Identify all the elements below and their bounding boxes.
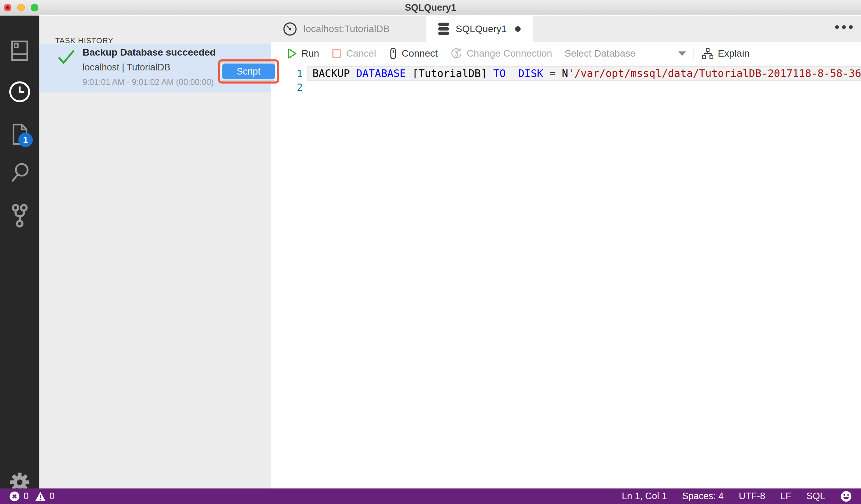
run-button[interactable]: Run [287, 48, 319, 59]
change-connection-button[interactable]: Change Connection [450, 47, 552, 60]
status-bar: 0 0 Ln 1, Col 1 Spaces: 4 UTF-8 LF SQL [0, 488, 861, 504]
clock-icon [8, 80, 31, 103]
window-title: SQLQuery1 [0, 0, 861, 15]
code-line-1[interactable]: BACKUP DATABASE [TutorialDB] TO DISK = N… [312, 66, 861, 81]
tab-sqlquery1[interactable]: SQLQuery1 [426, 16, 533, 42]
sidebar-item-connections[interactable] [0, 35, 39, 66]
ellipsis-icon [842, 25, 846, 29]
sql-editor[interactable]: 1 2 BACKUP DATABASE [TutorialDB] TO DISK… [271, 65, 861, 488]
task-title: Backup Database succeeded [83, 47, 216, 58]
stop-square-icon [331, 48, 342, 59]
eol-setting[interactable]: LF [780, 491, 791, 502]
tab-localhost-tutorialdb[interactable]: localhost:TutorialDB [271, 16, 426, 42]
close-window-button[interactable] [4, 4, 11, 11]
warning-count: 0 [49, 491, 55, 502]
cursor-position[interactable]: Ln 1, Col 1 [622, 491, 667, 502]
tab-label: localhost:TutorialDB [303, 23, 390, 35]
annotation-highlight-ring: Script [218, 59, 279, 84]
cancel-button[interactable]: Cancel [331, 48, 376, 59]
more-actions-button[interactable] [835, 25, 853, 29]
connect-button[interactable]: Connect [389, 47, 438, 60]
git-branch-icon [9, 204, 30, 228]
query-toolbar: Run Cancel Connect [271, 42, 861, 65]
change-connection-label: Change Connection [467, 48, 552, 59]
explain-label: Explain [718, 48, 749, 59]
ellipsis-icon [849, 25, 853, 29]
tab-bar: localhost:TutorialDB SQLQuery1 [271, 16, 861, 42]
minimize-window-button[interactable] [17, 4, 25, 11]
refresh-plug-icon [450, 47, 463, 60]
server-icon [10, 40, 30, 61]
editor-group: localhost:TutorialDB SQLQuery1 [271, 16, 861, 488]
dashboard-icon [283, 22, 297, 36]
play-icon [287, 48, 297, 59]
task-history-panel: TASK HISTORY Backup Database succeeded l… [39, 16, 271, 488]
script-button-chrome: Script [221, 62, 276, 81]
query-plan-icon [702, 47, 714, 60]
sidebar-item-task-history[interactable] [0, 76, 39, 107]
sidebar-item-search[interactable] [0, 158, 39, 189]
task-timestamps: 9:01:01 AM - 9:01:02 AM (00:00:00) [83, 77, 214, 87]
feedback-smiley-icon[interactable] [840, 491, 852, 502]
database-icon [438, 22, 449, 36]
unsaved-changes-dot-icon[interactable] [515, 26, 521, 32]
error-icon [9, 491, 20, 502]
ellipsis-icon [835, 25, 839, 29]
explain-button[interactable]: Explain [702, 47, 749, 60]
task-server-database: localhost | TutorialDB [83, 62, 171, 73]
tab-label: SQLQuery1 [456, 23, 507, 35]
titlebar: SQLQuery1 [0, 0, 861, 15]
zoom-window-button[interactable] [31, 4, 38, 11]
connect-label: Connect [402, 48, 438, 59]
run-label: Run [301, 48, 319, 59]
toolbar-divider [694, 47, 694, 60]
select-database-label: Select Database [564, 48, 635, 59]
plug-icon [389, 47, 398, 60]
sidebar-item-open-editors[interactable]: 1 [0, 119, 39, 150]
sidebar-item-source-control[interactable] [0, 200, 39, 231]
select-database-dropdown[interactable]: Select Database [564, 48, 686, 59]
cancel-label: Cancel [346, 48, 376, 59]
error-count: 0 [23, 491, 29, 502]
problems-indicator[interactable]: 0 0 [9, 491, 55, 502]
language-mode[interactable]: SQL [806, 491, 825, 502]
chevron-down-icon [678, 51, 686, 56]
open-editors-count-badge: 1 [18, 133, 33, 147]
checkmark-icon [57, 49, 75, 65]
activity-bar: 1 [0, 16, 39, 489]
warning-icon [35, 491, 46, 502]
encoding-setting[interactable]: UTF-8 [739, 491, 765, 502]
indentation-setting[interactable]: Spaces: 4 [682, 491, 724, 502]
search-icon [9, 162, 30, 184]
script-button[interactable]: Script [222, 64, 275, 79]
